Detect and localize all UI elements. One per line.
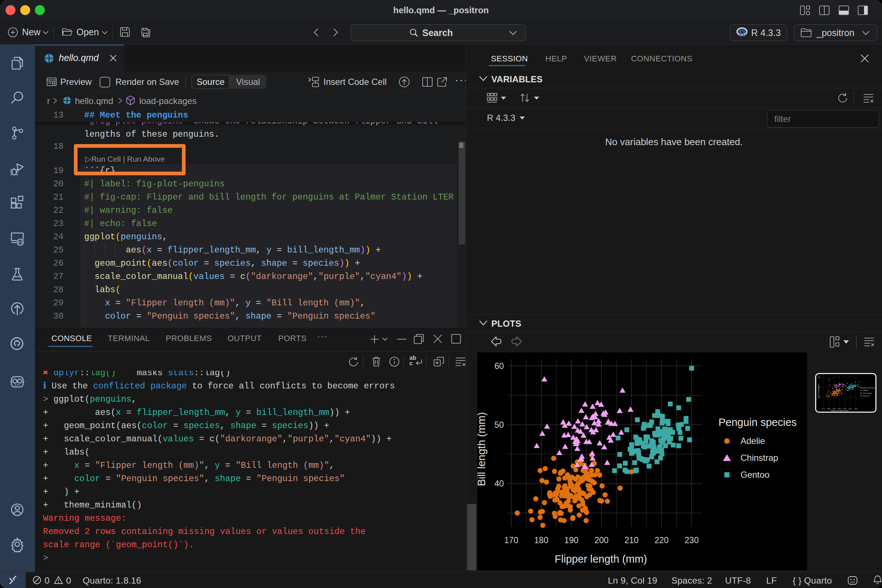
svg-text:Penguin species: Penguin species [860, 387, 875, 389]
svg-text:R: R [739, 28, 745, 38]
svg-text:170: 170 [822, 408, 825, 410]
svg-text:210: 210 [843, 408, 847, 410]
svg-text:Gentoo: Gentoo [741, 470, 770, 480]
svg-text:210: 210 [624, 536, 638, 545]
svg-text:190: 190 [832, 408, 836, 410]
svg-text:230: 230 [854, 408, 857, 410]
svg-text:Chinstrap: Chinstrap [741, 453, 778, 463]
svg-text:Bill length (mm): Bill length (mm) [818, 384, 819, 396]
svg-text:Flipper length (mm): Flipper length (mm) [555, 553, 647, 565]
svg-text:Adelie: Adelie [863, 389, 868, 392]
svg-text:40: 40 [494, 479, 504, 488]
svg-text:220: 220 [654, 536, 669, 545]
svg-text:Adelie: Adelie [741, 436, 765, 446]
svg-text:60: 60 [494, 361, 504, 371]
svg-text:180: 180 [827, 408, 831, 410]
svg-text:220: 220 [849, 408, 852, 410]
svg-text:Penguin species: Penguin species [718, 416, 797, 428]
svg-text:50: 50 [494, 420, 504, 430]
svg-text:200: 200 [838, 408, 841, 410]
svg-text:60: 60 [818, 376, 820, 378]
svg-text:190: 190 [564, 536, 579, 545]
svg-text:200: 200 [594, 536, 608, 545]
svg-text:180: 180 [534, 536, 548, 545]
svg-text:Bill length (mm): Bill length (mm) [477, 412, 487, 486]
svg-text:170: 170 [504, 536, 518, 545]
svg-text:Chinstrap: Chinstrap [863, 392, 872, 394]
svg-text:230: 230 [685, 536, 699, 545]
svg-text:40: 40 [818, 396, 820, 398]
svg-text:50: 50 [818, 386, 820, 388]
svg-text:Gentoo: Gentoo [863, 395, 870, 397]
